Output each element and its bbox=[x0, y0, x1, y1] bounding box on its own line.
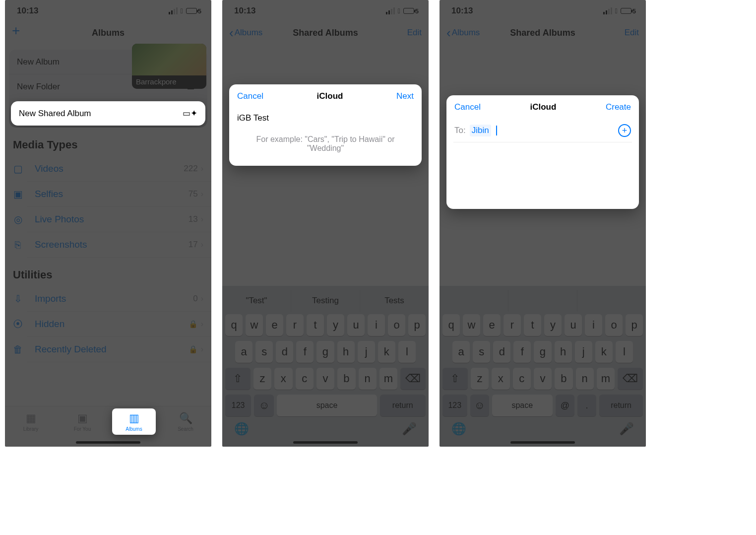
key-b[interactable]: b bbox=[337, 368, 355, 390]
key-q[interactable]: q bbox=[225, 314, 243, 336]
key-s[interactable]: s bbox=[255, 341, 273, 363]
key-a[interactable]: a bbox=[452, 341, 470, 363]
key-c[interactable]: c bbox=[296, 368, 314, 390]
key-o[interactable]: o bbox=[388, 314, 405, 336]
key-e[interactable]: e bbox=[266, 314, 283, 336]
row-videos[interactable]: ▢ Videos 222 › bbox=[27, 156, 211, 182]
row-hidden[interactable]: ⦿ Hidden 🔒 › bbox=[27, 312, 211, 337]
add-contact-button[interactable]: + bbox=[618, 124, 631, 137]
key-g[interactable]: g bbox=[534, 341, 551, 363]
key-w[interactable]: w bbox=[463, 314, 480, 336]
key-v[interactable]: v bbox=[534, 368, 552, 390]
key-i[interactable]: i bbox=[585, 314, 602, 336]
predict-3[interactable]: Tests bbox=[360, 290, 429, 312]
home-indicator[interactable] bbox=[76, 441, 140, 444]
key-emoji[interactable]: ☺ bbox=[470, 395, 489, 416]
key-o[interactable]: o bbox=[605, 314, 623, 336]
key-a[interactable]: a bbox=[235, 341, 252, 363]
key-space[interactable]: space bbox=[277, 395, 377, 416]
key-p[interactable]: p bbox=[626, 314, 643, 336]
key-u[interactable]: u bbox=[347, 314, 365, 336]
globe-icon[interactable]: 🌐 bbox=[234, 422, 249, 436]
globe-icon[interactable]: 🌐 bbox=[451, 422, 466, 436]
key-w[interactable]: w bbox=[246, 314, 263, 336]
key-x[interactable]: x bbox=[492, 368, 509, 390]
row-recently-deleted[interactable]: 🗑 Recently Deleted 🔒 › bbox=[27, 337, 211, 362]
album-name-input[interactable]: iGB Test bbox=[229, 106, 422, 125]
tab-albums[interactable]: ▥ Albums bbox=[112, 408, 156, 435]
mic-icon[interactable]: 🎤 bbox=[619, 422, 634, 436]
key-m[interactable]: m bbox=[597, 368, 615, 390]
edit-button[interactable]: Edit bbox=[407, 28, 422, 38]
key-backspace[interactable]: ⌫ bbox=[618, 368, 643, 390]
key-l[interactable]: l bbox=[616, 341, 633, 363]
tab-search[interactable]: 🔍 Search bbox=[164, 408, 207, 435]
predict-3[interactable] bbox=[577, 290, 646, 312]
mic-icon[interactable]: 🎤 bbox=[402, 422, 417, 436]
key-123[interactable]: 123 bbox=[442, 395, 467, 416]
key-y[interactable]: y bbox=[544, 314, 562, 336]
key-e[interactable]: e bbox=[483, 314, 501, 336]
key-x[interactable]: x bbox=[274, 368, 292, 390]
key-return[interactable]: return bbox=[380, 395, 426, 416]
key-p[interactable]: p bbox=[408, 314, 426, 336]
key-r[interactable]: r bbox=[286, 314, 304, 336]
key-y[interactable]: y bbox=[327, 314, 344, 336]
to-field[interactable]: To: Jibin + bbox=[453, 119, 632, 142]
key-v[interactable]: v bbox=[316, 368, 334, 390]
key-c[interactable]: c bbox=[513, 368, 531, 390]
predict-1[interactable] bbox=[440, 290, 508, 312]
menu-new-shared-album[interactable]: New Shared Album ▭͏✦ bbox=[11, 101, 205, 126]
predict-2[interactable]: Testing bbox=[291, 290, 360, 312]
cancel-button[interactable]: Cancel bbox=[454, 102, 481, 112]
home-indicator[interactable] bbox=[510, 441, 575, 444]
key-return[interactable]: return bbox=[599, 395, 643, 416]
key-t[interactable]: t bbox=[307, 314, 324, 336]
row-livephotos[interactable]: ◎ Live Photos 13 › bbox=[27, 207, 211, 232]
key-l[interactable]: l bbox=[398, 341, 416, 363]
key-s[interactable]: s bbox=[473, 341, 490, 363]
key-k[interactable]: k bbox=[378, 341, 395, 363]
key-n[interactable]: n bbox=[359, 368, 377, 390]
key-z[interactable]: z bbox=[471, 368, 489, 390]
home-indicator[interactable] bbox=[293, 441, 358, 444]
key-d[interactable]: d bbox=[493, 341, 510, 363]
key-k[interactable]: k bbox=[595, 341, 613, 363]
key-shift[interactable]: ⇧ bbox=[225, 368, 251, 390]
key-i[interactable]: i bbox=[368, 314, 385, 336]
row-imports[interactable]: ⇩ Imports 0 › bbox=[27, 286, 211, 312]
key-h[interactable]: h bbox=[337, 341, 355, 363]
key-at[interactable]: @ bbox=[556, 395, 574, 416]
key-m[interactable]: m bbox=[379, 368, 397, 390]
back-button[interactable]: ‹ Albums bbox=[446, 28, 480, 38]
key-f[interactable]: f bbox=[513, 341, 531, 363]
edit-button[interactable]: Edit bbox=[625, 28, 639, 38]
row-screenshots[interactable]: ⎘ Screenshots 17 › bbox=[27, 232, 211, 258]
key-t[interactable]: t bbox=[524, 314, 541, 336]
row-selfies[interactable]: ▣ Selfies 75 › bbox=[27, 182, 211, 207]
key-123[interactable]: 123 bbox=[225, 395, 251, 416]
key-f[interactable]: f bbox=[296, 341, 314, 363]
next-button[interactable]: Next bbox=[396, 91, 414, 101]
key-emoji[interactable]: ☺ bbox=[254, 395, 274, 416]
tab-foryou[interactable]: ▣ For You bbox=[61, 408, 104, 435]
key-dot[interactable]: . bbox=[577, 395, 596, 416]
key-u[interactable]: u bbox=[565, 314, 582, 336]
key-backspace[interactable]: ⌫ bbox=[400, 368, 426, 390]
cancel-button[interactable]: Cancel bbox=[237, 91, 263, 101]
key-b[interactable]: b bbox=[555, 368, 572, 390]
key-shift[interactable]: ⇧ bbox=[442, 368, 468, 390]
key-q[interactable]: q bbox=[442, 314, 460, 336]
to-contact-chip[interactable]: Jibin bbox=[470, 125, 491, 136]
create-button[interactable]: Create bbox=[606, 102, 631, 112]
back-button[interactable]: ‹ Albums bbox=[229, 28, 262, 38]
predict-1[interactable]: "Test" bbox=[222, 290, 291, 312]
key-g[interactable]: g bbox=[316, 341, 334, 363]
key-d[interactable]: d bbox=[276, 341, 293, 363]
key-r[interactable]: r bbox=[504, 314, 521, 336]
key-j[interactable]: j bbox=[358, 341, 375, 363]
key-space[interactable]: space bbox=[492, 395, 553, 416]
key-n[interactable]: n bbox=[576, 368, 594, 390]
add-button[interactable]: + bbox=[12, 23, 20, 39]
key-j[interactable]: j bbox=[575, 341, 592, 363]
